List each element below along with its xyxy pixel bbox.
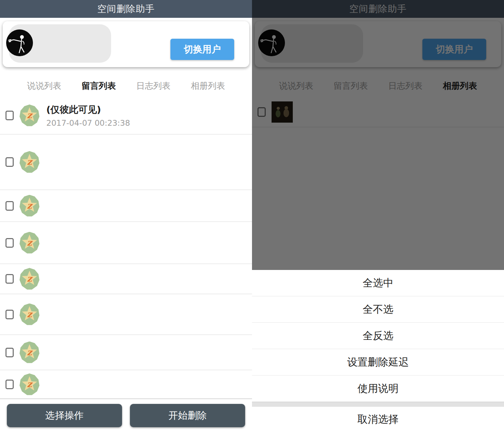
action-sheet: 全选中 全不选 全反选 设置删除延迟 使用说明 取消选择 [252, 270, 504, 432]
item-checkbox[interactable] [5, 111, 14, 120]
panel-right: 空间删除助手 切换用户 说说列表 留言列表 日志列表 相册列表 [252, 0, 504, 432]
level-badge-icon: z [20, 104, 39, 126]
item-timestamp: 2017-04-07 00:23:38 [46, 119, 130, 127]
start-delete-button[interactable]: 开始删除 [130, 404, 245, 427]
list-item[interactable]: z [0, 294, 252, 335]
item-checkbox[interactable] [5, 310, 14, 319]
bottom-action-bar: 选择操作 开始删除 [0, 398, 252, 432]
item-checkbox[interactable] [5, 380, 14, 389]
user-avatar [6, 29, 33, 56]
list-item[interactable]: z [0, 190, 252, 222]
tab-journal-list[interactable]: 日志列表 [126, 80, 181, 91]
list-item[interactable]: z [0, 370, 252, 398]
level-badge-icon: z [20, 304, 39, 325]
item-checkbox[interactable] [5, 201, 14, 211]
panel-left: 空间删除助手 切换用户 说说列表 留言列表 日志列表 相册列表 [0, 0, 252, 432]
item-checkbox[interactable] [5, 157, 14, 167]
tab-shuoshuo-list[interactable]: 说说列表 [17, 80, 71, 91]
menu-item-select-all[interactable]: 全选中 [252, 270, 504, 296]
sheet-divider [252, 402, 504, 407]
user-card: 切换用户 [3, 21, 249, 67]
level-badge-icon: z [20, 195, 39, 217]
level-badge-icon: z [20, 373, 39, 395]
item-title: (仅彼此可见) [46, 103, 130, 116]
tab-message-list[interactable]: 留言列表 [71, 80, 126, 91]
dim-overlay[interactable] [252, 0, 504, 270]
item-checkbox[interactable] [5, 274, 14, 284]
level-badge-icon: z [20, 268, 39, 290]
tab-album-list[interactable]: 相册列表 [181, 80, 235, 91]
page-title: 空间删除助手 [97, 3, 155, 15]
item-text: (仅彼此可见) 2017-04-07 00:23:38 [46, 103, 130, 127]
menu-item-set-delete-delay[interactable]: 设置删除延迟 [252, 349, 504, 375]
screen: 空间删除助手 切换用户 说说列表 留言列表 日志列表 相册列表 [0, 0, 504, 432]
app-header: 空间删除助手 [0, 0, 252, 18]
menu-item-cancel[interactable]: 取消选择 [252, 407, 504, 432]
level-badge-icon: z [20, 151, 39, 173]
list-item[interactable]: z [0, 222, 252, 264]
badge-letter: z [20, 110, 39, 120]
menu-item-usage-instructions[interactable]: 使用说明 [252, 375, 504, 402]
switch-user-button[interactable]: 切换用户 [170, 39, 234, 60]
item-checkbox[interactable] [5, 348, 14, 357]
list-item[interactable]: z (仅彼此可见) 2017-04-07 00:23:38 [0, 97, 252, 135]
menu-item-invert-selection[interactable]: 全反选 [252, 323, 504, 349]
list-item[interactable]: z [0, 135, 252, 190]
tab-bar: 说说列表 留言列表 日志列表 相册列表 [0, 75, 252, 97]
list-item[interactable]: z [0, 264, 252, 294]
avatar-figure-icon [6, 29, 33, 56]
select-operation-button[interactable]: 选择操作 [7, 404, 122, 427]
list-item[interactable]: z [0, 335, 252, 370]
level-badge-icon: z [20, 342, 39, 363]
level-badge-icon: z [20, 232, 39, 254]
item-checkbox[interactable] [5, 238, 14, 248]
menu-item-select-none[interactable]: 全不选 [252, 296, 504, 323]
message-list: z (仅彼此可见) 2017-04-07 00:23:38 z z [0, 97, 252, 398]
